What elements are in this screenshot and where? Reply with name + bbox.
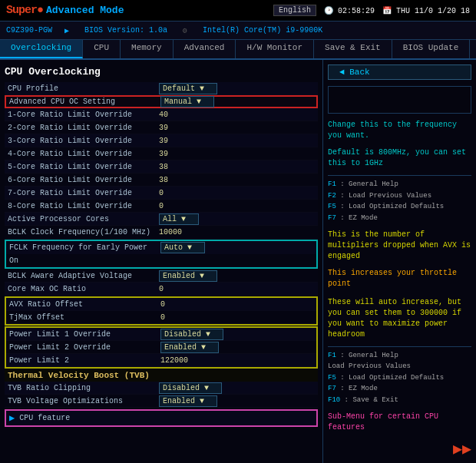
value-active-cores: All ▼	[154, 213, 318, 225]
help2-f7-key: F7	[328, 385, 336, 392]
dropdown-tvb-ratio[interactable]: Disabled ▼	[159, 382, 222, 394]
label-tvb-voltage: TVB Voltage Optimizations	[5, 397, 154, 405]
info-bar: C9Z390-PGW ▶ BIOS Version: 1.0a ⚙ Intel(…	[0, 21, 476, 40]
tab-save-exit[interactable]: Save & Exit	[314, 40, 392, 58]
label-avx-ratio: AVX Ratio Offset	[6, 300, 156, 309]
value-3core: 39	[154, 137, 318, 145]
left-panel: CPU Overclocking CPU Profile Default ▼ A…	[0, 60, 322, 463]
label-cpu-feature: CPU feature	[19, 414, 70, 422]
row-6core[interactable]: 6-Core Ratio Limit Override 38	[5, 174, 318, 187]
dropdown-bclk-adaptive[interactable]: Enabled ▼	[159, 270, 217, 282]
value-bclk: 10000	[154, 228, 318, 236]
row-tvb-voltage[interactable]: TVB Voltage Optimizations Enabled ▼	[5, 395, 318, 408]
tab-advanced[interactable]: Advanced	[174, 40, 236, 58]
right-panel: ◄ Back Change this to the frequency you …	[322, 60, 476, 463]
value-tjmax: 0	[156, 313, 316, 322]
row-pl2-override[interactable]: Power Limit 2 Override Enabled ▼	[6, 341, 316, 354]
dropdown-pl1[interactable]: Disabled ▼	[160, 329, 223, 340]
help-section-1: F1 : General Help F2 : Load Previous Val…	[328, 175, 471, 223]
tab-overclocking[interactable]: Overclocking	[0, 40, 83, 58]
value-pl2-override: Enabled ▼	[156, 342, 316, 353]
label-4core: 4-Core Ratio Limit Override	[5, 150, 154, 158]
tab-hw-monitor[interactable]: H/W Monitor	[236, 40, 314, 58]
bios-version: BIOS Version: 1.0a	[84, 26, 167, 35]
board-name: C9Z390-PGW	[6, 26, 52, 35]
value-fclk: Auto ▼	[156, 242, 316, 253]
row-cpu-feature[interactable]: ▶ CPU feature	[6, 411, 316, 425]
logo-circle: ●	[37, 4, 43, 17]
label-pl2: Power Limit 2	[6, 356, 156, 365]
row-2core[interactable]: 2-Core Ratio Limit Override 39	[5, 121, 318, 134]
help2-f1-key: F1	[328, 352, 336, 359]
tab-cpu[interactable]: CPU	[83, 40, 121, 58]
row-tvb-ratio[interactable]: TVB Ratio Clipping Disabled ▼	[5, 382, 318, 395]
dropdown-cpu-profile[interactable]: Default ▼	[159, 83, 217, 94]
bottom-logo-icon: ▶▶	[453, 441, 471, 458]
value-6core: 38	[154, 176, 318, 184]
annotation-cyan: Default is 800MHz, you can set this to 1…	[328, 147, 471, 169]
row-5core[interactable]: 5-Core Ratio Limit Override 38	[5, 160, 318, 174]
row-1core[interactable]: 1-Core Ratio Limit Override 40	[5, 108, 318, 121]
tvb-title: Thermal Velocity Boost (TVB)	[5, 369, 318, 382]
label-8core: 8-Core Ratio Limit Override	[5, 202, 154, 210]
row-4core[interactable]: 4-Core Ratio Limit Override 39	[5, 147, 318, 160]
row-active-cores[interactable]: Active Processor Cores All ▼	[5, 213, 318, 226]
label-active-cores: Active Processor Cores	[5, 215, 154, 223]
row-pl2[interactable]: Power Limit 2 122000	[6, 354, 316, 367]
label-5core: 5-Core Ratio Limit Override	[5, 163, 154, 171]
preview-box	[328, 86, 471, 114]
value-2core: 39	[154, 124, 318, 132]
logo: Super●	[6, 4, 43, 17]
top-bar: Super● Advanced Mode English 🕑 02:58:29 …	[0, 0, 476, 21]
row-on: On	[6, 254, 316, 267]
nav-tabs: Overclocking CPU Memory Advanced H/W Mon…	[0, 40, 476, 60]
annotation-submenu: Sub-Menu for certain CPU features	[328, 412, 471, 433]
label-7core: 7-Core Ratio Limit Override	[5, 189, 154, 197]
value-cpu-profile: Default ▼	[154, 83, 318, 94]
label-2core: 2-Core Ratio Limit Override	[5, 124, 154, 132]
tab-bios-update[interactable]: BIOS Update	[392, 40, 471, 58]
annotation-red: Change this to the frequency you want.	[328, 120, 471, 141]
label-bclk: BCLK Clock Frequency(1/100 MHz)	[5, 228, 154, 236]
row-cpu-profile[interactable]: CPU Profile Default ▼	[5, 82, 318, 95]
label-on: On	[6, 256, 156, 265]
row-pl1[interactable]: Power Limit 1 Override Disabled ▼	[6, 328, 316, 341]
bios-arrow-icon: ▶	[64, 26, 69, 35]
row-core-max-oc[interactable]: Core Max OC Ratio 0	[5, 283, 318, 296]
row-3core[interactable]: 3-Core Ratio Limit Override 39	[5, 134, 318, 147]
row-avx-ratio[interactable]: AVX Ratio Offset 0	[6, 298, 316, 311]
value-8core: 0	[154, 202, 318, 210]
label-advanced-oc: Advanced CPU OC Setting	[6, 98, 156, 106]
logo-bottom: ▶▶	[328, 439, 471, 458]
dropdown-tvb-voltage[interactable]: Enabled ▼	[159, 395, 217, 407]
row-bclk[interactable]: BCLK Clock Frequency(1/100 MHz) 10000	[5, 226, 318, 239]
label-3core: 3-Core Ratio Limit Override	[5, 137, 154, 145]
label-cpu-profile: CPU Profile	[5, 84, 154, 93]
value-pl2: 122000	[156, 356, 316, 365]
row-bclk-adaptive[interactable]: BCLK Aware Adaptive Voltage Enabled ▼	[5, 270, 318, 283]
row-tjmax[interactable]: TjMax Offset 0	[6, 311, 316, 324]
language-button[interactable]: English	[273, 5, 316, 16]
dropdown-fclk[interactable]: Auto ▼	[160, 242, 205, 253]
value-bclk-adaptive: Enabled ▼	[154, 270, 318, 282]
cpu-feature-group: ▶ CPU feature	[5, 409, 318, 427]
help-f1-key: F1	[328, 180, 336, 188]
row-7core[interactable]: 7-Core Ratio Limit Override 0	[5, 187, 318, 200]
annotation-power: These will auto increase, but you can se…	[328, 297, 471, 340]
top-right-info: English 🕑 02:58:29 📅 THU 11/0 1/20 18	[273, 5, 470, 16]
back-button[interactable]: ◄ Back	[328, 64, 471, 80]
label-bclk-adaptive: BCLK Aware Adaptive Voltage	[5, 272, 154, 280]
value-core-max-oc: 0	[154, 285, 318, 293]
cpu-info: Intel(R) Core(TM) i9-9900K	[203, 26, 322, 35]
tab-memory[interactable]: Memory	[121, 40, 174, 58]
dropdown-pl2-override[interactable]: Enabled ▼	[160, 342, 219, 353]
row-advanced-oc[interactable]: Advanced CPU OC Setting Manual ▼	[5, 95, 318, 108]
row-8core[interactable]: 8-Core Ratio Limit Override 0	[5, 200, 318, 213]
dropdown-advanced-oc[interactable]: Manual ▼	[160, 96, 214, 107]
label-core-max-oc: Core Max OC Ratio	[5, 285, 154, 293]
annotation-avx: This is the number of multipliers droppe…	[328, 230, 471, 262]
label-tjmax: TjMax Offset	[6, 313, 156, 322]
section-title: CPU Overclocking	[5, 66, 318, 78]
row-fclk[interactable]: FCLK Frequency for Early Power Auto ▼	[6, 241, 316, 254]
dropdown-active-cores[interactable]: All ▼	[159, 213, 199, 225]
